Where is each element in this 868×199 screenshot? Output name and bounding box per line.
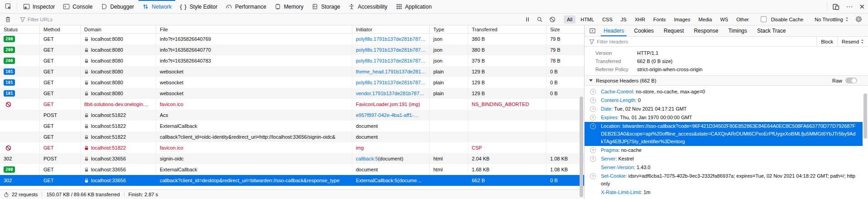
scrollbar-thumb[interactable] [863,93,867,139]
request-row[interactable]: GET8bit-solutions-dev.onelogin....favico… [0,99,584,110]
request-row[interactable]: GETlocalhost:51822favicon.icoimgCSP [0,142,584,153]
header-row-cache-control[interactable]: ?Cache-Control: no-store, no-cache, max-… [585,87,863,96]
disable-cache-toggle[interactable]: Disable Cache [757,16,807,22]
tab-inspector[interactable]: Inspector [19,0,58,13]
header-name[interactable]: Pragma: [601,147,621,153]
disable-cache-checkbox[interactable] [761,16,767,22]
tab-network[interactable]: Network [139,0,175,13]
filter-chip-media[interactable]: Media [695,15,715,24]
initiator-part[interactable]: e957f897-042e-4ba1-aff1-… [356,112,419,118]
header-row-server-version[interactable]: Server-Version: 1.43.0 [585,163,863,172]
block-url-button[interactable]: Block [816,37,837,46]
response-headers-section-header[interactable]: Response Headers (662 B) Raw [585,75,868,86]
column-header-transferred[interactable]: Transferred [468,25,547,33]
clear-requests-button[interactable] [3,16,13,23]
request-row[interactable]: 101GETlocalhost:8080websocketvendor.1791… [0,88,584,99]
filter-chip-js[interactable]: JS [618,15,630,24]
header-name[interactable]: Set-Cookie: [601,173,628,179]
tab-storage[interactable]: Storage [308,0,344,13]
initiator-part[interactable]: vendor.1791b137de281b787… [356,91,424,96]
resend-button[interactable]: Resend [837,37,868,46]
initiator-part[interactable]: polyfills.1791b137de281b787… [356,47,426,53]
filter-chip-html[interactable]: HTML [577,15,597,24]
filter-chip-images[interactable]: Images [671,15,693,24]
request-row[interactable]: 200GETlocalhost:8080info?t=1635826640769… [0,34,584,44]
request-row[interactable]: 200GETlocalhost:8080info?t=1635826640770… [0,44,584,55]
filter-chip-other[interactable]: Other [733,15,752,24]
tab-request[interactable]: Request [659,25,689,36]
tab-style-editor[interactable]: { } Style Editor [176,0,221,13]
block-request-button[interactable] [546,16,559,23]
network-settings-button[interactable] [852,16,865,23]
question-icon[interactable]: ? [590,89,596,95]
filter-chip-xhr[interactable]: XHR [632,15,648,24]
request-row[interactable]: 302GETlocalhost:33656callback?client_id=… [0,175,584,186]
initiator-part[interactable]: theme_head.1791b137de281… [356,69,426,74]
header-name[interactable]: X-Rate-Limit-Limit: [601,189,643,195]
header-name[interactable]: Server: [601,156,619,161]
filter-chip-all[interactable]: All [564,15,575,24]
question-icon[interactable]: ? [590,106,596,112]
request-row[interactable]: 101GETlocalhost:8080websockettheme_head.… [0,66,584,77]
question-icon[interactable]: ? [590,123,596,129]
column-header-method[interactable]: Method [40,25,81,33]
initiator-part[interactable]: polyfills.1791b137de281b787… [356,36,426,42]
tab-debugger[interactable]: Debugger [97,0,138,13]
header-row-set-cookie[interactable]: ?Set-Cookie: idsrv=adf6cba1-7075-402b-9e… [585,172,863,188]
tab-accessibility[interactable]: Accessibility [345,0,391,13]
request-row[interactable]: POSTlocalhost:51822Acse957f897-042e-4ba1… [0,110,584,121]
tab-console[interactable]: Console [59,0,96,13]
header-name[interactable]: Location: [601,123,623,129]
search-requests-button[interactable] [533,16,546,23]
initiator-part[interactable]: ExternalCallback:5 [356,178,398,183]
tab-stack-trace[interactable]: Stack Trace [752,25,791,36]
filter-chip-css[interactable]: CSS [599,15,616,24]
header-row-location[interactable]: ?Location: bitwarden://sso-callback?code… [585,122,863,146]
header-name[interactable]: Content-Length: [601,97,638,103]
header-row-x-rate-limit-limit[interactable]: X-Rate-Limit-Limit: 1m [585,188,863,197]
request-row[interactable]: 101GETlocalhost:8080websocketpolyfills.1… [0,77,584,88]
menu-button[interactable]: ⋯ [843,0,856,13]
expand-details-button[interactable] [586,25,599,36]
throttling-select[interactable]: No Throttling [811,17,852,22]
question-icon[interactable]: ? [590,115,596,121]
column-header-file[interactable]: File [156,25,352,33]
collapse-twisty-icon[interactable] [589,79,593,82]
request-row[interactable]: GETlocalhost:51822callback?client_id=oid… [0,131,584,142]
request-row[interactable]: 200GETlocalhost:8080info?t=1635826640783… [0,55,584,66]
close-devtools-button[interactable]: ✕ [856,0,868,13]
responsive-design-button[interactable] [829,0,843,13]
tab-timings[interactable]: Timings [723,25,752,36]
header-name[interactable]: Date: [601,106,614,112]
question-icon[interactable]: ? [590,97,596,103]
request-row[interactable]: GETlocalhost:51822ExternalCallbackdocume… [0,121,584,131]
column-header-initiator[interactable]: Initiator [352,25,430,33]
header-row-pragma[interactable]: ?Pragma: no-cache [585,146,863,155]
question-icon[interactable]: ? [590,147,596,153]
question-icon[interactable]: ? [590,173,596,179]
tab-application[interactable]: Application [392,0,436,13]
pick-element-button[interactable] [2,0,15,13]
filter-urls-input[interactable] [28,17,127,22]
column-header-domain[interactable]: Domain [81,25,156,33]
pause-traffic-button[interactable] [522,17,533,22]
tab-memory[interactable]: Memory [271,0,307,13]
header-row-date[interactable]: ?Date: Tue, 02 Nov 2021 04:17:21 GMT [585,105,863,113]
tab-response[interactable]: Response [689,25,723,36]
header-row-expires[interactable]: ?Expires: Thu, 01 Jan 1970 00:00:00 GMT [585,113,863,122]
header-row-content-length[interactable]: ?Content-Length: 0 [585,96,863,105]
tab-cookies[interactable]: Cookies [629,25,658,36]
column-header-type[interactable]: Type [430,25,468,33]
details-scrollbar[interactable] [863,93,868,166]
column-header-status[interactable]: Status [0,25,40,33]
request-row[interactable]: 200GETlocalhost:33656ExternalCallbackdoc… [0,164,584,175]
header-name[interactable]: Server-Version: [601,165,637,170]
scrollbar-thumb[interactable] [580,97,583,197]
request-list-scrollbar[interactable] [579,33,584,190]
header-row-server[interactable]: ?Server: Kestrel [585,155,863,163]
tab-performance[interactable]: Performance [222,0,270,13]
initiator-part[interactable]: polyfills.1791b137de281b787… [356,80,426,85]
filter-chip-fonts[interactable]: Fonts [650,15,669,24]
raw-toggle[interactable] [845,78,857,83]
request-row[interactable]: 302POSTlocalhost:33656signin-oidccallbac… [0,153,584,164]
